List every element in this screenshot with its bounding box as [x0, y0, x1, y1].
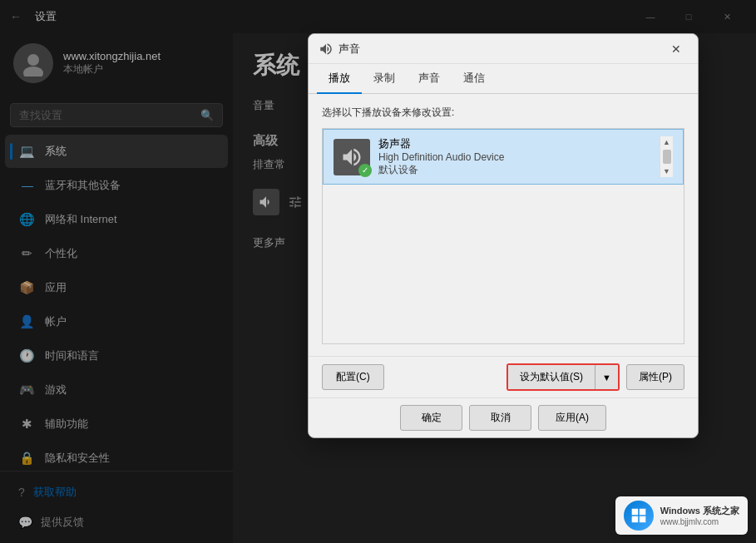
- watermark-text: Windows 系统之家 www.bjjmlv.com: [660, 505, 739, 526]
- set-default-group: 设为默认值(S) ▼: [506, 363, 620, 391]
- apply-button[interactable]: 应用(A): [538, 405, 606, 431]
- dialog-actions: 配置(C) 设为默认值(S) ▼ 属性(P): [309, 356, 698, 397]
- cancel-button[interactable]: 取消: [469, 405, 531, 431]
- dialog-close-button[interactable]: ✕: [665, 37, 688, 61]
- dialog-title-bar: 声音 ✕: [309, 34, 698, 64]
- device-item-icon: ✓: [334, 139, 370, 175]
- dialog-body: 选择以下播放设备来修改设置: ✓ 扬声器 High Definition Aud…: [309, 94, 698, 356]
- watermark-logo: [624, 501, 654, 531]
- set-default-button[interactable]: 设为默认值(S): [508, 365, 595, 389]
- sound-dialog: 声音 ✕ 播放 录制 声音 通信 选择以下播放设备来修改设置:: [308, 33, 699, 438]
- device-name: 扬声器: [378, 136, 651, 151]
- device-desc: High Definition Audio Device: [378, 151, 651, 163]
- watermark-line1: Windows 系统之家: [660, 505, 739, 517]
- tab-sounds[interactable]: 声音: [407, 64, 452, 94]
- device-list-container: ✓ 扬声器 High Definition Audio Device 默认设备 …: [322, 128, 684, 344]
- ok-button[interactable]: 确定: [400, 405, 462, 431]
- device-item-speaker[interactable]: ✓ 扬声器 High Definition Audio Device 默认设备 …: [323, 129, 684, 185]
- configure-button[interactable]: 配置(C): [322, 364, 384, 390]
- dialog-tabs: 播放 录制 声音 通信: [309, 64, 698, 94]
- device-list: ✓ 扬声器 High Definition Audio Device 默认设备 …: [323, 129, 684, 343]
- tab-playback[interactable]: 播放: [317, 64, 362, 94]
- tab-communications[interactable]: 通信: [452, 64, 497, 94]
- device-status: 默认设备: [378, 163, 651, 177]
- list-scrollbar[interactable]: ▲ ▼: [660, 136, 673, 177]
- dialog-description: 选择以下播放设备来修改设置:: [322, 106, 684, 120]
- properties-button[interactable]: 属性(P): [626, 364, 684, 390]
- dialog-icon: [319, 42, 334, 57]
- watermark-line2: www.bjjmlv.com: [660, 517, 739, 526]
- device-item-details: 扬声器 High Definition Audio Device 默认设备: [378, 136, 651, 177]
- set-default-arrow-button[interactable]: ▼: [595, 365, 618, 389]
- dialog-title-text: 声音: [338, 42, 665, 57]
- tab-recording[interactable]: 录制: [362, 64, 407, 94]
- dialog-footer: 确定 取消 应用(A): [309, 397, 698, 437]
- default-check-icon: ✓: [358, 164, 372, 177]
- watermark: Windows 系统之家 www.bjjmlv.com: [615, 496, 748, 535]
